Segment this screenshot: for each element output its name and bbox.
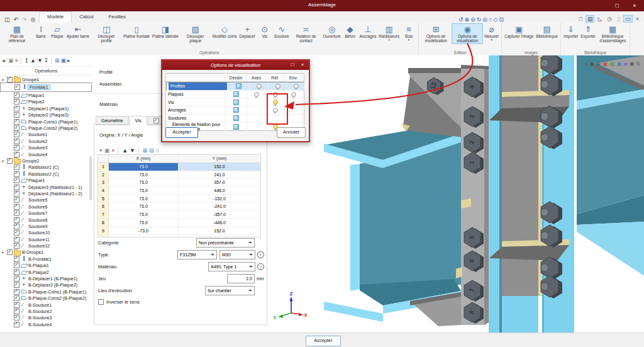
draw-cube-icon[interactable] (233, 100, 239, 105)
tree-item-raidisseur1-c[interactable]: Raidisseur1 (C) (0, 164, 92, 171)
checkbox[interactable] (14, 270, 19, 275)
zoom-window-icon[interactable]: ◎ (482, 16, 487, 23)
tree-group-groupe2[interactable]: ▾Groupe2 (0, 157, 92, 164)
tree-item-deplacer4-raidisseur1-2[interactable]: Déplacer4 (Raidisseur1 - 2) (0, 190, 92, 196)
tree-item-soudure6[interactable]: Soudure6 (0, 203, 92, 210)
dialog-maximize-icon[interactable]: □ (287, 60, 297, 70)
tree-item-deplacer2-plaque2[interactable]: Déplacer2 (Plaque2) (0, 112, 92, 118)
view-front-icon[interactable]: ▣ (602, 60, 608, 67)
delete-icon[interactable]: × (111, 147, 114, 154)
pan-icon[interactable]: ○ (489, 16, 492, 23)
categorie-select[interactable]: Non précontrainte (196, 238, 255, 247)
layout-icon[interactable]: ▤ (586, 15, 595, 23)
draw-cube-icon[interactable] (236, 83, 242, 89)
tree-item-plaque-coins2-plaque2[interactable]: Plaque-Coins2 (Plaque2) (0, 125, 92, 131)
pin-icon[interactable]: × (634, 15, 641, 23)
ribbon-button-platine-frontale[interactable]: ▯Platine frontale (122, 23, 151, 40)
tree-view-icon[interactable]: ⊞ (55, 55, 60, 65)
expander-icon[interactable]: ▾ (2, 250, 7, 254)
maximize-icon[interactable]: □ (609, 0, 625, 11)
checkbox[interactable] (14, 295, 19, 301)
clock-icon[interactable]: ◷ (605, 15, 614, 23)
tree-item-plaque2[interactable]: Plaque2 (0, 99, 92, 105)
checkbox[interactable] (14, 282, 19, 288)
tree-item-plaque1[interactable]: Plaque1 (0, 92, 92, 98)
tree-item-soudure7[interactable]: Soudure7 (0, 210, 92, 216)
ribbon-button-bibliotheque[interactable]: ▤Bibliothèque (535, 23, 559, 40)
search-icon[interactable]: ◎ (31, 16, 36, 23)
field-inverser-le-sens[interactable]: Inverser le sens (98, 297, 264, 307)
expander-icon[interactable]: ▾ (2, 159, 7, 163)
tree-item-soudure1[interactable]: Soudure1 (0, 132, 92, 138)
zoom-in-icon[interactable]: ⊕ (465, 16, 470, 23)
tree-item-soudure9[interactable]: Soudure9 (0, 223, 92, 229)
save-icon[interactable]: ◫ (4, 16, 10, 23)
tree-item-b-deplacer2-b-plaque2[interactable]: B-Déplacer2 (B-Plaque2) (0, 282, 92, 288)
checkbox[interactable] (7, 158, 13, 164)
tree-item-plaque-coins1-plaque1[interactable]: Plaque-Coins1 (Plaque1) (0, 118, 92, 125)
ribbon-button-plan-de-reference[interactable]: ▦Plan de référence (1, 23, 33, 44)
info-icon[interactable]: i (257, 263, 264, 270)
ribbon-button-exporter[interactable]: ⇑Exporter (579, 23, 597, 40)
ribbon-button-beton[interactable]: ◆Béton (342, 23, 358, 40)
checkbox[interactable] (14, 171, 19, 177)
checkbox[interactable] (14, 224, 19, 229)
tree-item-b-soudure3[interactable]: B-Soudure3 (0, 315, 92, 321)
expander-icon[interactable]: ▾ (2, 77, 7, 82)
iso-view-icon[interactable]: ◈ (623, 60, 628, 67)
checkbox[interactable] (14, 210, 19, 216)
table-row[interactable]: 373.0357.0 (98, 179, 260, 187)
tree-item-b-soudure4[interactable]: B-Soudure4 (0, 321, 92, 327)
view-side-icon[interactable]: ▣ (616, 60, 621, 67)
checkbox[interactable] (98, 299, 104, 305)
add-icon[interactable]: + (99, 147, 103, 154)
panel-view-icon[interactable]: ▣ (61, 55, 67, 65)
redo-icon[interactable]: ↷ (22, 16, 27, 23)
tree-item-b-frontale1[interactable]: B-Frontale1 (0, 256, 92, 262)
checkbox[interactable] (14, 93, 19, 98)
checkbox[interactable] (14, 139, 19, 144)
ribbon-button-barre[interactable]: IBarre (33, 23, 49, 40)
checkbox[interactable] (14, 289, 19, 295)
info-icon[interactable]: i (257, 251, 264, 258)
tab-feuilles[interactable]: Feuilles (101, 11, 133, 23)
tree-item-soudure11[interactable]: Soudure11 (0, 236, 92, 242)
comment-icon[interactable]: ▭ (623, 15, 633, 23)
tree-item-b-plaque-coins2-b-plaque2[interactable]: B-Plaque-Coins2 (B-Plaque2) (0, 295, 92, 302)
delete-icon[interactable]: × (15, 55, 18, 65)
ribbon-button-importer[interactable]: ⇓Importer (562, 23, 579, 40)
tree-group-b-groupe1[interactable]: ▾B-Groupe1 (0, 249, 92, 256)
ribbon-button-mesurer[interactable]: ⌀Mesurer▾ (483, 23, 500, 42)
edit-icon[interactable]: ∕ (6, 55, 8, 65)
table-row[interactable]: 773.0-357.0 (98, 211, 260, 219)
checkbox[interactable] (14, 145, 19, 151)
checkbox[interactable] (14, 243, 19, 249)
move-down-icon[interactable]: ▼ (130, 147, 135, 154)
checkbox[interactable] (14, 185, 19, 190)
ribbon-button-plaque[interactable]: ▱Plaque (49, 23, 65, 40)
tree-item-frontale1[interactable]: Frontale1 (0, 82, 92, 92)
refresh-icon[interactable]: ↻ (477, 16, 482, 23)
ribbon-button-relation-de-contact[interactable]: ≍Relation de contact (291, 23, 322, 44)
ribbon-button-decouper-plaque[interactable]: ▧Découper plaque (180, 23, 211, 44)
materiau-select[interactable]: A490, Type 1 (208, 262, 255, 271)
orbit-icon[interactable]: ◉ (590, 60, 594, 67)
ribbon-button-platine-laterale[interactable]: ◨Platine latérale (151, 23, 180, 40)
checkbox[interactable] (14, 191, 19, 196)
type-select[interactable]: M30 (219, 250, 255, 259)
ribbon-button-ouverture[interactable]: ◎Ouverture (322, 23, 342, 40)
ribbon-button-options-de-visualisation[interactable]: ◉Options de visualisation (452, 23, 483, 44)
tab-calcul[interactable]: Calcul (72, 11, 101, 23)
checkbox[interactable] (14, 322, 19, 327)
rotate-icon[interactable]: ↻ (636, 60, 640, 67)
checkbox[interactable] (14, 204, 19, 210)
checkbox[interactable] (14, 112, 19, 118)
bulb-env-icon[interactable] (294, 84, 299, 89)
checkbox[interactable] (14, 230, 19, 236)
draw-cube-icon[interactable] (233, 115, 239, 121)
draw-cube-icon[interactable] (233, 107, 239, 113)
checkbox[interactable] (14, 263, 19, 268)
tree-item-plaque3[interactable]: Plaque3 (0, 177, 92, 183)
bulb-axes-icon[interactable] (257, 84, 262, 89)
copy-icon[interactable]: ▣ (104, 147, 110, 154)
